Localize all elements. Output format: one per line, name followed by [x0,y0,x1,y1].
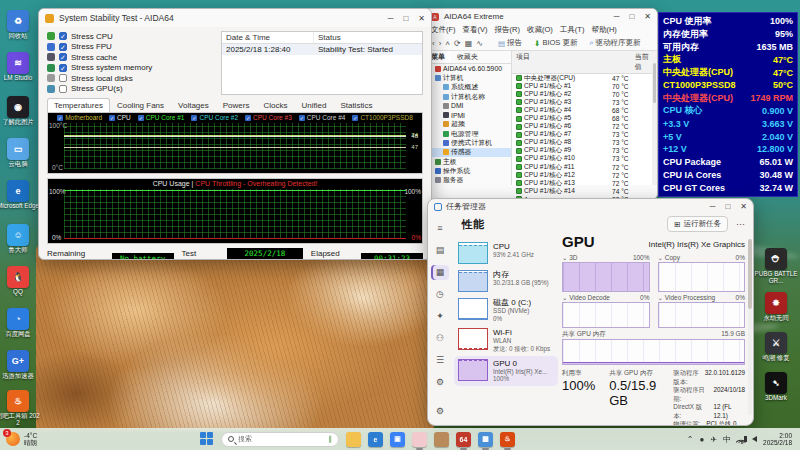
startup-icon[interactable]: ✦ [431,309,449,324]
stress-checkbox[interactable] [59,74,67,82]
history-icon[interactable]: ◷ [431,287,449,302]
legend-checkbox[interactable]: ✓ [109,115,115,121]
services-icon[interactable]: ⚙ [431,375,449,390]
tab-temperatures[interactable]: Temperatures [47,98,110,112]
tree-item[interactable]: ›操作系统 [425,166,511,175]
run-new-task-button[interactable]: ⊞ 运行新任务 [667,216,728,232]
desktop-icon[interactable]: 🐧QQ [0,266,40,296]
tree-item[interactable]: 便携式计算机 [425,138,511,147]
desktop-icon[interactable]: eMicrosoft Edge [0,180,40,210]
legend-checkbox[interactable]: ✓ [245,115,251,121]
aida64-tree-pane[interactable]: 菜单收藏夹 AIDA64 v6.60.5900⌄计算机系统概述计算机名称DMII… [425,51,512,185]
menu-报[interactable]: 报告(R) [495,25,520,35]
nav-glyph-icon[interactable]: ∿ [476,39,483,48]
menu-查[interactable]: 查看(V) [463,25,488,35]
taskbar-app-flame-app[interactable]: ♨ [500,432,515,447]
menu-收[interactable]: 收藏(O) [527,25,553,35]
legend-item[interactable]: ✓CPU Core #1 [138,114,185,121]
tab-voltages[interactable]: Voltages [171,98,216,112]
minimize-button[interactable]: ─ [614,12,620,21]
tab-unified[interactable]: Unified [294,98,333,112]
nav-glyph-icon[interactable]: ⟳ [454,39,461,48]
tab-cooling-fans[interactable]: Cooling Fans [110,98,171,112]
taskbar-app-store[interactable]: ▣ [390,432,405,447]
desktop-icon[interactable]: ⚔鸣潮 修复 [754,332,798,362]
desktop-icon[interactable]: ♨图吧工具箱 2022 [0,390,40,427]
tab-statistics[interactable]: Statistics [333,98,379,112]
maximize-button[interactable]: □ [629,12,634,21]
perf-card-GPU0[interactable]: GPU 0Intel(R) Iris(R) Xe...100% [454,356,558,386]
performance-icon[interactable]: ▦ [431,265,449,280]
nav-glyph-icon[interactable]: ▦ [465,39,473,48]
close-button[interactable]: ✕ [740,202,747,211]
stress-option-row[interactable]: Stress GPU(s) [47,84,215,95]
legend-item[interactable]: ✓Motherboard [57,114,102,121]
toolbar-报告[interactable]: ▤报告 [495,37,525,49]
taskbar-app-app-brown[interactable] [434,432,449,447]
taskbar-weather-widget[interactable]: 3 -4°C 晴朗 [0,432,200,446]
nav-glyph-icon[interactable]: ˄ [445,39,450,48]
processes-icon[interactable]: ▤ [431,243,449,258]
sensor-row[interactable]: CPU #1/核心 #1474 °C [512,187,657,195]
volume-icon[interactable] [752,436,757,442]
toolbar-驱动程序更新[interactable]: ⌕驱动程序更新 [586,37,643,49]
stress-option-row[interactable]: ✓Stress CPU [47,31,215,42]
aida64-titlebar[interactable]: A AIDA64 Extreme ─□✕ [425,9,657,24]
perf-card-CPU[interactable]: CPU93% 2.41 GHz [454,239,558,267]
tray-app-icon[interactable]: ● [700,435,705,444]
maximize-button[interactable]: □ [725,202,730,211]
stress-checkbox[interactable] [59,85,67,93]
stress-checkbox[interactable]: ✓ [59,64,67,72]
legend-item[interactable]: ✓CT1000P3PSSD8 [352,114,412,121]
desktop-icon[interactable]: ◉了解此图片 [0,96,40,126]
stress-checkbox[interactable]: ✓ [59,32,67,40]
tree-item[interactable]: 系统概述 [425,83,511,92]
taskbar-app-app-pink[interactable] [412,432,427,447]
settings-gear-icon[interactable]: ⚙ [431,404,449,419]
desktop-icon[interactable]: ➴3DMark [754,372,798,402]
tab-powers[interactable]: Powers [216,98,257,112]
stress-checkbox[interactable]: ✓ [59,43,67,51]
perf-card-内存[interactable]: 内存30.2/31.8 GB (95%) [454,267,558,295]
tree-item[interactable]: IPMI [425,110,511,119]
menu-工[interactable]: 工具(T) [560,25,585,35]
more-options-button[interactable]: ··· [736,219,745,229]
taskmgr-titlebar[interactable]: 任务管理器 ─□✕ [428,199,753,214]
taskbar-search[interactable]: 搜索 ∥ [221,432,339,447]
taskmgr-scrollbar[interactable] [748,239,752,415]
legend-item[interactable]: ✓CPU [109,114,131,121]
tab-clocks[interactable]: Clocks [256,98,294,112]
tree-item[interactable]: ›主板 [425,157,511,166]
left-tab-收藏夹[interactable]: 收藏夹 [451,51,484,63]
users-icon[interactable]: ⚇ [431,331,449,346]
legend-item[interactable]: ✓CPU Core #2 [191,114,238,121]
toolbar-BIOS 更新[interactable]: ⬇BIOS 更新 [531,37,580,49]
legend-checkbox[interactable]: ✓ [57,115,63,121]
osd-sensor-panel[interactable]: CPU 使用率100%内存使用率95%可用内存1635 MB主板47°C中央处理… [658,12,798,197]
nav-glyph-icon[interactable]: › [439,39,442,48]
legend-checkbox[interactable]: ✓ [138,115,144,121]
desktop-icon[interactable]: ▭云电脑 [0,138,40,168]
tree-item[interactable]: AIDA64 v6.60.5900 [425,64,511,73]
desktop-icon[interactable]: ≋LM Studio [0,52,40,82]
tree-item[interactable]: ⌄计算机 [425,73,511,82]
tray-chevron-icon[interactable]: ⌃ [687,435,694,444]
stress-option-row[interactable]: ✓Stress system memory [47,63,215,74]
menu-icon[interactable]: ≡ [431,221,449,236]
taskbar-app-edge[interactable]: e [368,432,383,447]
stress-option-row[interactable]: ✓Stress FPU [47,42,215,53]
taskbar-app-photos[interactable]: ▦ [478,432,493,447]
details-icon[interactable]: ☰ [431,353,449,368]
desktop-icon[interactable]: ☺鲁大师 [0,224,40,254]
stress-option-row[interactable]: Stress local disks [47,73,215,84]
minimize-button[interactable]: ─ [388,14,394,23]
start-button[interactable] [200,432,214,446]
nav-glyph-icon[interactable]: ‹ [432,39,435,48]
legend-item[interactable]: ✓CPU Core #3 [245,114,292,121]
stress-checkbox[interactable]: ✓ [59,53,67,61]
sensor-scrollbar[interactable] [652,61,657,185]
desktop-icon[interactable]: ⛑PUBG BATTLEGR... [754,248,798,285]
legend-checkbox[interactable]: ✓ [191,115,197,121]
menu-帮[interactable]: 帮助(H) [591,25,616,35]
stability-log-table[interactable]: Date & TimeStatus 2025/2/18 1:28:40Stabi… [221,31,423,95]
